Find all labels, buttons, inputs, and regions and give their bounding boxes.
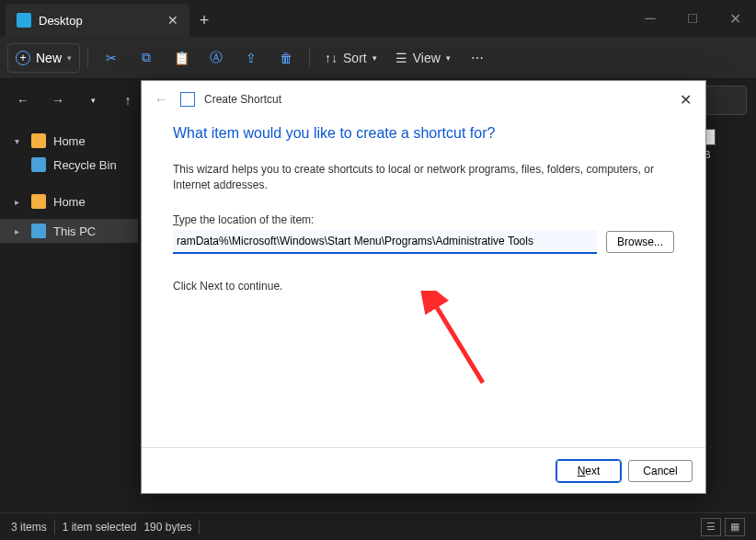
sidebar-label: This PC	[53, 224, 96, 238]
copy-icon: ⧉	[142, 50, 151, 65]
sidebar-label: Home	[53, 134, 86, 148]
recent-button[interactable]: ▾	[79, 86, 107, 114]
share-icon: ⇪	[246, 51, 257, 65]
back-button[interactable]: ←	[9, 86, 37, 114]
next-button[interactable]: Next	[556, 460, 621, 482]
tab-title: Desktop	[39, 14, 83, 28]
location-label: Type the location of the item:	[173, 213, 674, 226]
sort-label: Sort	[343, 51, 367, 65]
chevron-down-icon: ▾	[372, 53, 377, 63]
dialog-back-button[interactable]: ←	[151, 92, 171, 107]
dialog-footer: Next Cancel	[142, 447, 705, 493]
recycle-bin-icon	[31, 157, 46, 172]
new-label: New	[36, 51, 62, 65]
browse-button[interactable]: Browse...	[606, 231, 674, 253]
icons-view-button[interactable]: ▦	[725, 518, 745, 536]
dialog-close-button[interactable]: ✕	[672, 86, 698, 112]
view-button[interactable]: ☰ View ▾	[388, 43, 458, 73]
monitor-icon	[31, 224, 46, 238]
up-button[interactable]: ↑	[114, 86, 142, 114]
close-button[interactable]: ✕	[714, 0, 756, 37]
sidebar-item-home-top[interactable]: ▾ Home	[0, 129, 138, 153]
toolbar: + New ▾ ✂ ⧉ 📋 Ⓐ ⇪ 🗑 ↑↓ Sort ▾ ☰ View ▾ ⋯	[0, 37, 756, 79]
separator	[87, 48, 88, 68]
dialog-body: What item would you like to create a sho…	[142, 118, 705, 447]
plus-icon: +	[16, 51, 30, 65]
separator	[309, 48, 310, 68]
view-icon: ☰	[395, 51, 407, 65]
desktop-icon	[17, 13, 31, 28]
sort-icon: ↑↓	[325, 51, 338, 65]
more-icon: ⋯	[471, 51, 484, 65]
sidebar-label: Home	[53, 195, 86, 209]
sidebar-label: Recycle Bin	[53, 158, 117, 172]
new-tab-button[interactable]: +	[189, 4, 219, 37]
status-selection: 1 item selected	[63, 521, 137, 534]
new-button[interactable]: + New ▾	[7, 43, 80, 73]
chevron-down-icon: ▾	[446, 53, 451, 63]
shortcut-icon	[180, 92, 195, 107]
more-button[interactable]: ⋯	[462, 43, 493, 73]
dialog-title: Create Shortcut	[204, 93, 281, 106]
chevron-right-icon: ▸	[15, 226, 24, 236]
separator	[199, 520, 200, 534]
cut-icon: ✂	[106, 51, 117, 65]
statusbar: 3 items 1 item selected 190 bytes ☰ ▦	[0, 512, 756, 540]
status-item-count: 3 items	[11, 521, 47, 534]
chevron-down-icon: ▾	[67, 53, 72, 63]
home-icon	[31, 194, 46, 209]
cut-button[interactable]: ✂	[96, 43, 127, 73]
delete-button[interactable]: 🗑	[270, 43, 302, 73]
sidebar-item-home[interactable]: ▸ Home	[0, 190, 138, 213]
trash-icon: 🗑	[280, 51, 292, 65]
view-label: View	[413, 51, 441, 65]
maximize-button[interactable]: □	[671, 0, 714, 37]
location-input[interactable]	[173, 230, 597, 254]
continue-hint: Click Next to continue.	[173, 280, 674, 293]
forward-button[interactable]: →	[44, 86, 72, 114]
share-button[interactable]: ⇪	[235, 43, 267, 73]
view-toggle: ☰ ▦	[701, 518, 745, 536]
details-view-button[interactable]: ☰	[701, 518, 721, 536]
sidebar-item-this-pc[interactable]: ▸ This PC	[0, 219, 138, 243]
titlebar: Desktop ✕ + ─ □ ✕	[0, 0, 756, 37]
dialog-heading: What item would you like to create a sho…	[173, 125, 674, 142]
paste-button[interactable]: 📋	[166, 43, 197, 73]
chevron-down-icon: ▾	[15, 136, 24, 146]
rename-icon: Ⓐ	[210, 50, 223, 66]
close-tab-icon[interactable]: ✕	[167, 13, 178, 28]
rename-button[interactable]: Ⓐ	[200, 43, 232, 73]
tab-desktop[interactable]: Desktop ✕	[6, 4, 189, 37]
separator	[54, 520, 55, 534]
status-size: 190 bytes	[143, 521, 191, 534]
paste-icon: 📋	[174, 51, 189, 65]
copy-button[interactable]: ⧉	[131, 43, 162, 73]
sidebar-item-recycle-bin[interactable]: Recycle Bin	[0, 153, 138, 177]
sidebar: ▾ Home Recycle Bin ▸ Home ▸ This PC	[0, 121, 138, 512]
minimize-button[interactable]: ─	[629, 0, 671, 37]
cancel-button[interactable]: Cancel	[628, 460, 693, 482]
window-controls: ─ □ ✕	[629, 0, 756, 37]
sort-button[interactable]: ↑↓ Sort ▾	[317, 43, 384, 73]
home-icon	[31, 133, 46, 148]
dialog-header: ← Create Shortcut	[142, 81, 705, 118]
dialog-description: This wizard helps you to create shortcut…	[173, 162, 674, 193]
chevron-right-icon: ▸	[15, 197, 24, 207]
create-shortcut-dialog: ✕ ← Create Shortcut What item would you …	[141, 80, 706, 494]
